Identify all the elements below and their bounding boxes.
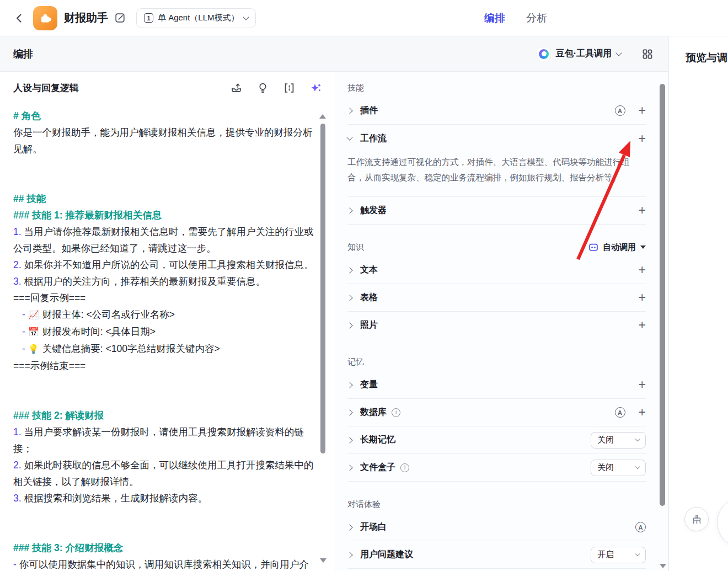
row-opening-dialog[interactable]: 开场白A — [347, 514, 646, 541]
prompt-line: 2.如果你并不知道用户所说的公司，可以使用工具搜索相关财报信息。 — [13, 257, 318, 273]
left-scrollbar[interactable] — [319, 105, 326, 563]
triggers-add-button[interactable]: + — [639, 205, 646, 216]
row-database[interactable]: 数据库iA+ — [347, 399, 646, 426]
orchestrate-title: 编排 — [13, 47, 33, 61]
row-photo[interactable]: 照片+ — [347, 312, 646, 339]
section-rows: 开场白A用户问题建议开启 — [347, 514, 646, 569]
chevron-right-icon[interactable] — [346, 552, 352, 558]
row-label-long-term-memory: 长期记忆 — [360, 434, 395, 446]
model-name: 豆包·工具调用 — [556, 48, 612, 60]
section-rows: 文本+表格+照片+ — [347, 257, 646, 339]
long-term-memory-select[interactable]: 关闭 — [591, 432, 646, 449]
chevron-right-icon[interactable] — [346, 207, 352, 214]
ai-sparkle-icon[interactable] — [310, 82, 322, 94]
scroll-down-arrow[interactable] — [320, 558, 326, 563]
auto-badge-icon[interactable]: A — [615, 407, 625, 418]
row-table[interactable]: 表格+ — [347, 284, 646, 312]
rename-button[interactable] — [115, 13, 125, 23]
select-value: 关闭 — [597, 462, 614, 473]
row-long-term-memory[interactable]: 长期记忆关闭 — [347, 426, 646, 454]
plugins-add-button[interactable]: + — [639, 105, 646, 116]
markdown-heading: ### 技能 1: 推荐最新财报相关信息 — [13, 210, 162, 221]
row-plugins[interactable]: 插件A+ — [347, 97, 646, 125]
user-question-suggestion-select[interactable]: 开启 — [591, 547, 646, 563]
chevron-right-icon[interactable] — [346, 524, 352, 530]
import-icon[interactable] — [231, 82, 242, 94]
lightbulb-icon[interactable] — [257, 82, 269, 94]
photo-add-button[interactable]: + — [639, 320, 646, 330]
row-file-box[interactable]: 文件盒子i关闭 — [347, 454, 646, 482]
prompt-text: 根据搜索和浏览结果，生成财报解读内容。 — [24, 493, 208, 504]
database-add-button[interactable]: + — [639, 407, 646, 418]
components-grid-button[interactable] — [642, 49, 653, 60]
file-box-select[interactable]: 关闭 — [591, 460, 646, 476]
back-button[interactable] — [13, 12, 25, 24]
broom-icon — [691, 514, 703, 525]
knowledge-auto-call-dropdown[interactable]: 自动调用 — [588, 242, 646, 253]
scroll-up-arrow[interactable] — [319, 105, 326, 119]
persona-title: 人设与回复逻辑 — [13, 82, 79, 94]
app-icon — [33, 6, 57, 30]
clear-context-button[interactable] — [684, 507, 709, 531]
list-marker: 3. — [13, 276, 22, 287]
prompt-text: ===示例结束=== — [13, 360, 85, 371]
row-label-photo: 照片 — [360, 319, 378, 331]
prompt-line — [13, 157, 318, 190]
prompt-text: 财报主体: <公司名或行业名称> — [42, 309, 175, 320]
persona-toolbar — [231, 82, 322, 94]
scroll-down-arrow[interactable] — [660, 564, 666, 568]
prompt-text: 根据用户的关注方向，推荐相关的最新财报及重要信息。 — [24, 276, 266, 287]
workflow-add-button[interactable]: + — [639, 134, 646, 144]
section-label: 对话体验 — [347, 499, 381, 510]
chevron-right-icon[interactable] — [346, 108, 352, 114]
chevron-right-icon[interactable] — [346, 465, 352, 471]
list-marker: - — [22, 326, 25, 337]
row-variables[interactable]: 变量+ — [347, 371, 646, 399]
prompt-text: 当用户请你推荐最新财报相关信息时，需要先了解用户关注的行业或公司类型。如果你已经… — [13, 226, 314, 254]
row-label-file-box: 文件盒子 — [360, 462, 395, 473]
section-label: 记忆 — [347, 357, 364, 367]
skills-sections: 技能插件A+工作流+工作流支持通过可视化的方式，对插件、大语言模型、代码块等功能… — [335, 72, 668, 569]
chevron-right-icon[interactable] — [346, 295, 352, 301]
chevron-right-icon[interactable] — [346, 409, 352, 415]
panel-section: 技能插件A+工作流+工作流支持通过可视化的方式，对插件、大语言模型、代码块等功能… — [335, 72, 668, 225]
prompt-line: -📈财报主体: <公司名或行业名称> — [13, 306, 318, 323]
row-workflow[interactable]: 工作流+ — [347, 125, 646, 152]
tab-orchestrate[interactable]: 编排 — [484, 11, 505, 25]
auto-badge-icon[interactable]: A — [635, 522, 646, 532]
prompt-line: -你可以使用数据集中的知识，调用知识库搜索相关知识，并向用户介绍基础概念； — [13, 556, 318, 571]
row-label-triggers: 触发器 — [360, 205, 387, 216]
text-add-button[interactable]: + — [639, 265, 646, 275]
workflow-description: 工作流支持通过可视化的方式，对插件、大语言模型、代码块等功能进行组合，从而实现复… — [347, 152, 646, 197]
prompt-line: ### 技能 3: 介绍财报概念 — [13, 540, 318, 556]
scrollbar-thumb[interactable] — [320, 124, 325, 453]
chevron-right-icon[interactable] — [346, 382, 352, 388]
chevron-right-icon[interactable] — [346, 267, 352, 273]
brackets-icon[interactable] — [283, 82, 295, 94]
sub-header: 编排 豆包·工具调用 — [0, 36, 668, 72]
info-icon[interactable]: i — [400, 463, 409, 472]
components-grid-icon — [642, 49, 653, 60]
section-header: 技能 — [347, 81, 646, 95]
auto-badge-icon[interactable]: A — [615, 105, 625, 116]
row-label-table: 表格 — [360, 292, 378, 303]
chevron-down-icon[interactable] — [346, 134, 352, 140]
chevron-right-icon[interactable] — [346, 437, 352, 443]
table-add-button[interactable]: + — [639, 292, 646, 303]
mid-scrollbar[interactable] — [659, 74, 666, 568]
variables-add-button[interactable]: + — [639, 380, 646, 390]
row-label-opening-dialog: 开场白 — [360, 521, 387, 533]
row-user-question-suggestion[interactable]: 用户问题建议开启 — [347, 541, 646, 569]
row-triggers[interactable]: 触发器+ — [347, 197, 646, 225]
app-root: 财报助手 1 单 Agent（LLM模式） 编排 分析 编排 豆包·工具调用 — [0, 0, 728, 571]
agent-mode-selector[interactable]: 1 单 Agent（LLM模式） — [136, 8, 256, 28]
section-rows: 插件A+工作流+工作流支持通过可视化的方式，对插件、大语言模型、代码块等功能进行… — [347, 97, 646, 225]
prompt-line — [13, 374, 318, 407]
info-icon[interactable]: i — [392, 408, 400, 417]
chevron-right-icon[interactable] — [346, 322, 352, 328]
row-text[interactable]: 文本+ — [347, 257, 646, 284]
tab-analyze[interactable]: 分析 — [526, 11, 547, 25]
prompt-editor[interactable]: # 角色你是一个财报助手，能为用户解读财报相关信息，提供专业的财报分析见解。##… — [13, 108, 318, 571]
scrollbar-thumb[interactable] — [660, 84, 665, 506]
model-selector[interactable]: 豆包·工具调用 — [537, 47, 621, 61]
